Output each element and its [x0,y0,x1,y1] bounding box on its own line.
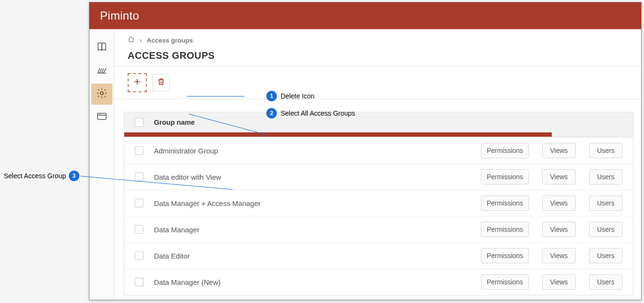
gear-icon [96,87,108,101]
trash-icon [157,77,165,88]
table-row: Data Manager + Access ManagerPermissions… [124,190,633,216]
row-checkbox[interactable] [135,173,143,181]
row-checkbox[interactable] [135,278,143,286]
table-row: Administrator GroupPermissionsViewsUsers [124,137,633,163]
table-body: Administrator GroupPermissionsViewsUsers… [124,137,633,295]
data-table: Group name Administrator GroupPermission… [124,112,633,295]
main-content: › Access groups ACCESS GROUPS [114,29,641,300]
delete-button[interactable] [153,74,170,91]
annotation-3: Select Access Group 3 [4,171,83,181]
views-button[interactable]: Views [542,195,576,211]
permissions-button[interactable]: Permissions [481,169,529,184]
users-button[interactable]: Users [589,222,622,237]
sidebar-item-web[interactable] [91,107,112,128]
table-head-row: Group name [124,112,633,132]
svg-point-0 [100,92,103,95]
add-button[interactable] [128,73,147,92]
sidebar [89,29,114,300]
group-name: Data Editor [154,252,481,260]
pages-icon [96,65,108,78]
breadcrumb-current: Access groups [147,37,193,44]
sidebar-item-settings[interactable] [91,84,112,105]
group-name: Data editor with View [154,173,481,181]
sidebar-item-library[interactable] [91,38,112,59]
row-checkbox[interactable] [135,146,143,155]
users-button[interactable]: Users [589,195,622,211]
select-all-checkbox[interactable] [135,118,143,127]
page-header: › Access groups ACCESS GROUPS [114,29,641,66]
row-actions: PermissionsViewsUsers [481,143,622,158]
views-button[interactable]: Views [542,169,576,184]
views-button[interactable]: Views [542,274,576,290]
col-header-group-name: Group name [154,119,195,126]
row-actions: PermissionsViewsUsers [481,195,622,211]
annotation-3-label: Select Access Group [4,172,66,180]
book-icon [96,42,108,55]
svg-rect-1 [98,113,106,119]
group-name: Administrator Group [154,147,481,155]
users-button[interactable]: Users [589,169,622,184]
table-row: Data ManagerPermissionsViewsUsers [124,216,633,242]
sidebar-item-pages[interactable] [91,61,112,82]
permissions-button[interactable]: Permissions [481,274,529,290]
body-area: › Access groups ACCESS GROUPS [89,29,641,300]
accent-bar [124,132,552,137]
row-actions: PermissionsViewsUsers [481,169,622,184]
group-name: Data Manager [154,226,481,234]
topbar: Piminto [89,2,641,29]
permissions-button[interactable]: Permissions [481,248,529,263]
chevron-right-icon: › [140,36,142,44]
views-button[interactable]: Views [542,222,576,237]
row-actions: PermissionsViewsUsers [481,274,622,290]
table-row: Data EditorPermissionsViewsUsers [124,242,633,269]
row-checkbox[interactable] [135,225,143,234]
app-title: Piminto [100,9,139,22]
users-button[interactable]: Users [589,143,622,158]
table-row: Data Manager (New)PermissionsViewsUsers [124,269,633,295]
permissions-button[interactable]: Permissions [481,195,529,211]
row-checkbox[interactable] [135,199,143,207]
views-button[interactable]: Views [542,143,576,158]
group-name: Data Manager + Access Manager [154,199,481,207]
row-actions: PermissionsViewsUsers [481,222,622,237]
browser-icon [96,110,108,124]
row-actions: PermissionsViewsUsers [481,248,622,263]
home-icon[interactable] [128,36,135,44]
table-head: Group name [124,112,633,137]
row-checkbox[interactable] [135,251,143,260]
plus-icon [132,77,142,88]
group-name: Data Manager (New) [154,278,481,286]
views-button[interactable]: Views [542,248,576,263]
users-button[interactable]: Users [589,274,622,290]
users-button[interactable]: Users [589,248,622,263]
toolbar [114,66,641,99]
permissions-button[interactable]: Permissions [481,143,529,158]
page-title: ACCESS GROUPS [128,50,628,61]
breadcrumb: › Access groups [128,36,628,44]
table-row: Data editor with ViewPermissionsViewsUse… [124,163,633,190]
table-area: Group name Administrator GroupPermission… [114,99,641,300]
app-window: Piminto [89,2,642,300]
permissions-button[interactable]: Permissions [481,222,529,237]
